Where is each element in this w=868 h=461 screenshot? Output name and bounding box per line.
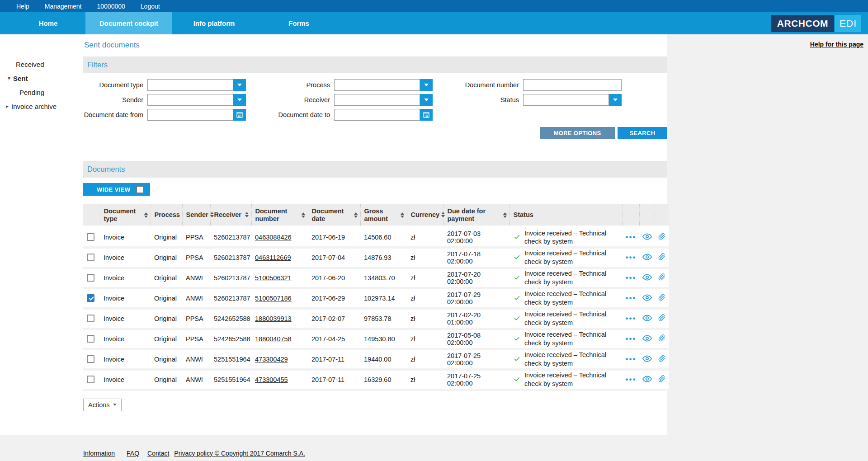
document-number-input[interactable] bbox=[524, 80, 621, 90]
ellipsis-icon[interactable]: ••• bbox=[626, 334, 637, 343]
footer-link-information[interactable]: Information bbox=[83, 450, 115, 457]
document-number-link[interactable]: 0463112669 bbox=[255, 254, 291, 261]
calendar-icon[interactable] bbox=[420, 109, 433, 121]
sender-input[interactable] bbox=[148, 94, 233, 105]
chevron-down-icon[interactable] bbox=[609, 94, 622, 106]
wide-view-button[interactable]: WIDE VIEW bbox=[83, 183, 150, 196]
cell-document-number: 473300455 bbox=[251, 369, 308, 390]
document-number-link[interactable]: 1880039913 bbox=[255, 315, 292, 322]
col-header-document-date[interactable]: Document date bbox=[308, 204, 360, 227]
row-checkbox[interactable] bbox=[87, 335, 94, 343]
ellipsis-icon[interactable]: ••• bbox=[626, 273, 637, 282]
paperclip-icon[interactable] bbox=[658, 314, 665, 321]
col-header-document-type[interactable]: Document type bbox=[100, 204, 151, 227]
ellipsis-icon[interactable]: ••• bbox=[626, 253, 637, 262]
row-checkbox[interactable] bbox=[87, 355, 94, 363]
help-menu-item[interactable]: Help bbox=[16, 3, 29, 10]
tab-home[interactable]: Home bbox=[11, 12, 85, 34]
process-select[interactable] bbox=[334, 79, 433, 91]
chevron-down-icon[interactable] bbox=[233, 79, 246, 91]
table-header-row: Document type Process Sender Receiver Do… bbox=[83, 204, 669, 227]
footer-link-privacy-copyright[interactable]: Privacy policy © Copyright 2017 Comarch … bbox=[174, 450, 305, 457]
eye-icon[interactable] bbox=[642, 233, 652, 240]
sidebar-item-sent[interactable]: ▾ Sent bbox=[0, 73, 80, 83]
actions-button[interactable]: Actions bbox=[83, 399, 122, 411]
sender-select[interactable] bbox=[147, 94, 246, 106]
row-checkbox[interactable] bbox=[87, 376, 94, 383]
sidebar-item-received[interactable]: Received bbox=[0, 59, 80, 69]
process-input[interactable] bbox=[335, 80, 420, 90]
help-for-this-page-link[interactable]: Help for this page bbox=[810, 41, 863, 48]
document-number-link[interactable]: 473300429 bbox=[255, 356, 288, 363]
col-header-status[interactable]: Status bbox=[509, 204, 623, 227]
document-number-link[interactable]: 473300455 bbox=[255, 376, 288, 383]
status-input[interactable] bbox=[524, 94, 609, 105]
sort-icon bbox=[302, 212, 305, 218]
eye-icon[interactable] bbox=[642, 315, 652, 321]
row-checkbox[interactable] bbox=[87, 254, 94, 261]
paperclip-icon[interactable] bbox=[658, 273, 665, 281]
paperclip-icon[interactable] bbox=[658, 375, 665, 382]
row-checkbox[interactable] bbox=[87, 233, 94, 241]
eye-icon[interactable] bbox=[642, 294, 652, 301]
eye-icon[interactable] bbox=[642, 376, 652, 382]
ellipsis-icon[interactable]: ••• bbox=[626, 233, 637, 241]
footer-link-faq[interactable]: FAQ bbox=[127, 450, 139, 457]
chevron-down-icon[interactable] bbox=[420, 79, 433, 91]
document-date-from-input[interactable] bbox=[148, 109, 233, 120]
chevron-down-icon[interactable] bbox=[233, 94, 246, 106]
paperclip-icon[interactable] bbox=[658, 294, 665, 301]
ellipsis-icon[interactable]: ••• bbox=[626, 314, 637, 323]
sidebar-item-pending[interactable]: Pending bbox=[0, 87, 80, 97]
more-options-button[interactable]: MORE OPTIONS bbox=[540, 127, 615, 139]
receiver-select[interactable] bbox=[334, 94, 433, 106]
paperclip-icon[interactable] bbox=[658, 355, 665, 362]
receiver-input[interactable] bbox=[335, 94, 420, 105]
cell-preview bbox=[639, 247, 655, 268]
document-number-link[interactable]: 1880040758 bbox=[255, 335, 292, 343]
col-header-actions-2 bbox=[639, 204, 655, 227]
wide-view-checkbox[interactable] bbox=[136, 186, 144, 193]
col-header-sender[interactable]: Sender bbox=[182, 204, 210, 227]
document-number-field[interactable] bbox=[523, 79, 622, 91]
col-header-receiver[interactable]: Receiver bbox=[210, 204, 251, 227]
ellipsis-icon[interactable]: ••• bbox=[626, 375, 637, 384]
document-date-to-input[interactable] bbox=[335, 109, 420, 120]
chevron-down-icon[interactable] bbox=[420, 94, 433, 106]
management-menu-item[interactable]: Management bbox=[45, 3, 82, 10]
document-date-from-field[interactable] bbox=[147, 109, 246, 121]
ellipsis-icon[interactable]: ••• bbox=[626, 355, 637, 363]
tab-document-cockpit[interactable]: Document cockpit bbox=[85, 12, 172, 34]
document-type-select[interactable] bbox=[147, 79, 246, 91]
tab-forms[interactable]: Forms bbox=[256, 12, 342, 34]
tab-info-platform[interactable]: Info platform bbox=[172, 12, 256, 34]
eye-icon[interactable] bbox=[642, 355, 652, 362]
row-checkbox[interactable] bbox=[87, 315, 94, 322]
eye-icon[interactable] bbox=[642, 335, 652, 342]
col-header-document-number[interactable]: Document number bbox=[251, 204, 308, 227]
ellipsis-icon[interactable]: ••• bbox=[626, 294, 637, 302]
document-date-to-field[interactable] bbox=[334, 109, 433, 121]
sidebar-item-invoice-archive[interactable]: ▸ Invoice archive bbox=[0, 101, 80, 111]
col-header-process[interactable]: Process bbox=[151, 204, 182, 227]
document-number-link[interactable]: 5100507186 bbox=[255, 295, 292, 302]
col-header-currency[interactable]: Currency bbox=[407, 204, 443, 227]
search-button[interactable]: SEARCH bbox=[618, 127, 667, 139]
paperclip-icon[interactable] bbox=[658, 233, 665, 240]
account-number[interactable]: 10000000 bbox=[97, 3, 125, 10]
row-checkbox[interactable] bbox=[87, 274, 94, 282]
document-type-input[interactable] bbox=[148, 80, 233, 90]
document-number-link[interactable]: 0463088426 bbox=[255, 234, 292, 241]
eye-icon[interactable] bbox=[642, 254, 652, 260]
status-select[interactable] bbox=[523, 94, 622, 106]
document-number-link[interactable]: 5100506321 bbox=[255, 274, 292, 282]
logout-menu-item[interactable]: Logout bbox=[141, 3, 160, 10]
col-header-gross-amount[interactable]: Gross amount bbox=[360, 204, 407, 227]
row-checkbox[interactable] bbox=[87, 294, 94, 302]
eye-icon[interactable] bbox=[642, 274, 652, 281]
calendar-icon[interactable] bbox=[233, 109, 246, 121]
paperclip-icon[interactable] bbox=[658, 253, 665, 260]
footer-link-contact[interactable]: Contact bbox=[147, 450, 169, 457]
col-header-due-date[interactable]: Due date for payment bbox=[443, 204, 509, 227]
paperclip-icon[interactable] bbox=[658, 334, 665, 342]
